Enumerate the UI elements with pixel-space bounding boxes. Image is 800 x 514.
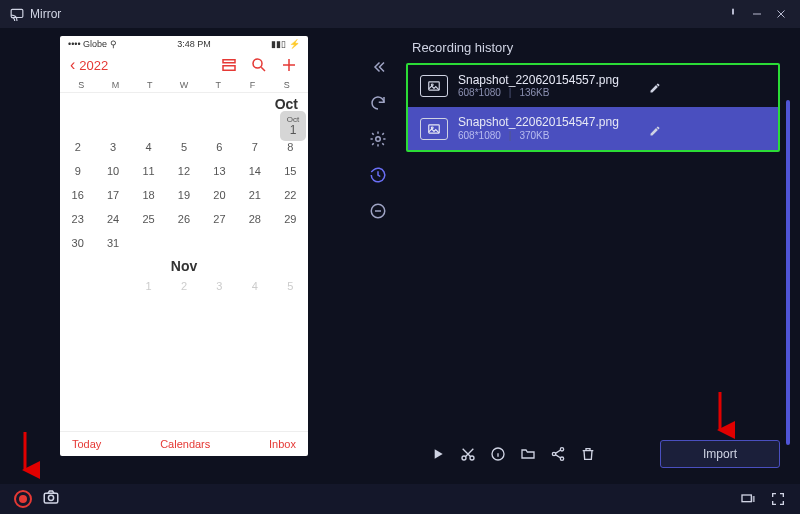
pin-button[interactable] bbox=[724, 5, 742, 23]
history-title: Recording history bbox=[412, 40, 780, 55]
svg-rect-21 bbox=[742, 495, 751, 502]
settings-icon[interactable] bbox=[369, 130, 387, 148]
history-bottom-bar: Import bbox=[406, 434, 780, 472]
calendar-footer: Today Calendars Inbox bbox=[60, 431, 308, 456]
minimize-button[interactable] bbox=[748, 5, 766, 23]
history-row[interactable]: Snapshot_220620154557.png 608*1080|136KB bbox=[408, 65, 778, 107]
month-nov-label: Nov bbox=[60, 255, 308, 274]
app-title: Mirror bbox=[30, 7, 61, 21]
file-name: Snapshot_220620154547.png bbox=[458, 115, 619, 129]
today-button[interactable]: Today bbox=[72, 438, 101, 450]
record-button[interactable] bbox=[14, 490, 32, 508]
right-panel: Recording history Snapshot_220620154557.… bbox=[360, 28, 800, 484]
history-panel: Recording history Snapshot_220620154557.… bbox=[396, 28, 800, 484]
calendar-year[interactable]: 2022 bbox=[79, 58, 108, 73]
fullscreen-icon[interactable] bbox=[770, 491, 786, 507]
svg-point-6 bbox=[253, 59, 262, 68]
info-icon[interactable] bbox=[490, 446, 506, 462]
file-meta: 608*1080|136KB bbox=[458, 87, 619, 99]
share-icon[interactable] bbox=[550, 446, 566, 462]
image-icon bbox=[420, 118, 448, 140]
collapse-icon[interactable] bbox=[369, 58, 387, 76]
screenshot-button[interactable] bbox=[42, 488, 60, 510]
file-toolbar bbox=[430, 446, 596, 462]
mirror-panel: •••• Globe ⚲ 3:48 PM ▮▮▯ ⚡ ‹ 2022 SMTWTF… bbox=[0, 28, 360, 484]
remove-icon[interactable] bbox=[369, 202, 387, 220]
dow-row: SMTWTFS bbox=[60, 78, 308, 93]
edit-icon[interactable] bbox=[649, 80, 661, 92]
calendar-grid-nov[interactable]: 12345 bbox=[60, 274, 308, 298]
file-meta: 608*1080|370KB bbox=[458, 130, 619, 142]
bottom-bar bbox=[0, 484, 800, 514]
main-area: •••• Globe ⚲ 3:48 PM ▮▮▯ ⚡ ‹ 2022 SMTWTF… bbox=[0, 28, 800, 484]
phone-status-bar: •••• Globe ⚲ 3:48 PM ▮▮▯ ⚡ bbox=[60, 36, 308, 52]
calendar-header: ‹ 2022 bbox=[60, 52, 308, 78]
file-name: Snapshot_220620154557.png bbox=[458, 73, 619, 87]
svg-rect-0 bbox=[11, 9, 23, 17]
history-list: Snapshot_220620154557.png 608*1080|136KB… bbox=[406, 63, 780, 152]
calendar-grid-oct[interactable]: Oct1 2345678 9101112131415 1617181920212… bbox=[60, 111, 308, 255]
svg-rect-4 bbox=[223, 60, 235, 63]
close-button[interactable] bbox=[772, 5, 790, 23]
device-list-icon[interactable] bbox=[740, 491, 756, 507]
inbox-button[interactable]: Inbox bbox=[269, 438, 296, 450]
svg-point-2 bbox=[732, 9, 734, 11]
import-button[interactable]: Import bbox=[660, 440, 780, 468]
phone-time: 3:48 PM bbox=[177, 39, 211, 49]
delete-icon[interactable] bbox=[580, 446, 596, 462]
calendars-button[interactable]: Calendars bbox=[160, 438, 210, 450]
scrollbar[interactable] bbox=[786, 100, 790, 445]
svg-rect-3 bbox=[753, 14, 761, 15]
titlebar: Mirror bbox=[0, 0, 800, 28]
history-row[interactable]: Snapshot_220620154547.png 608*1080|370KB bbox=[408, 107, 778, 149]
list-view-icon[interactable] bbox=[220, 56, 238, 74]
phone-screen: •••• Globe ⚲ 3:48 PM ▮▮▯ ⚡ ‹ 2022 SMTWTF… bbox=[60, 36, 308, 456]
back-chevron-icon[interactable]: ‹ bbox=[70, 56, 75, 74]
svg-point-7 bbox=[376, 137, 381, 142]
edit-icon[interactable] bbox=[649, 123, 661, 135]
cut-icon[interactable] bbox=[460, 446, 476, 462]
history-icon[interactable] bbox=[369, 166, 387, 184]
play-icon[interactable] bbox=[430, 446, 446, 462]
cast-icon bbox=[10, 7, 24, 21]
vertical-toolbar bbox=[360, 28, 396, 484]
folder-icon[interactable] bbox=[520, 446, 536, 462]
image-icon bbox=[420, 75, 448, 97]
add-icon[interactable] bbox=[280, 56, 298, 74]
svg-point-20 bbox=[48, 495, 53, 500]
refresh-icon[interactable] bbox=[369, 94, 387, 112]
svg-rect-5 bbox=[223, 66, 235, 71]
month-oct-label: Oct bbox=[275, 96, 298, 112]
search-icon[interactable] bbox=[250, 56, 268, 74]
